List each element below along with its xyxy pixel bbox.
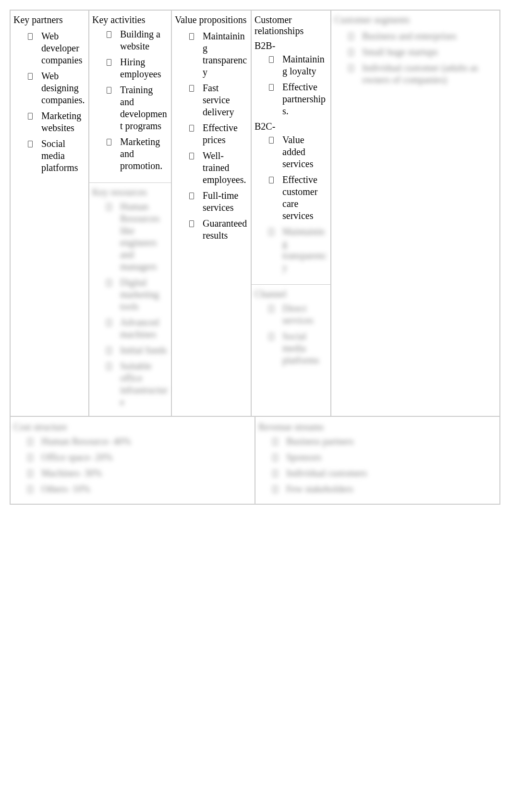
value-propositions-cell: Value propositions Maintaining transpare… bbox=[171, 10, 251, 416]
top-row: Key partners Web developer companies Web… bbox=[10, 10, 500, 416]
key-resources-title: Key resources bbox=[92, 187, 168, 198]
list-item: Full-time services bbox=[189, 190, 248, 214]
list-item: Maintaining transparency bbox=[189, 30, 248, 78]
list-item: Marketing and promotion. bbox=[107, 136, 168, 172]
list-item: Office space- 20% bbox=[28, 451, 252, 463]
list-item: Maintaining loyalty bbox=[269, 53, 328, 77]
list-item: Maintaining transparency bbox=[269, 226, 328, 274]
b2b-list: Maintaining loyalty Effective partnershi… bbox=[255, 53, 328, 117]
list-item: Direct services bbox=[269, 303, 328, 327]
list-item: Business and enterprises bbox=[349, 30, 497, 42]
b2c-list: Value added services Effective customer … bbox=[255, 134, 328, 274]
customer-relationships-cell: Customer relationships B2B- Maintaining … bbox=[252, 11, 330, 281]
key-partners-title: Key partners bbox=[13, 14, 85, 25]
list-item: Fast service delivery bbox=[189, 82, 248, 118]
list-item: Business partners bbox=[273, 436, 497, 448]
list-item: Human Resources like engineers and manag… bbox=[107, 201, 168, 273]
list-item: Individual customers bbox=[273, 467, 497, 479]
revenue-streams-title: Revenue streams bbox=[258, 422, 497, 433]
list-item: Well-trained employees. bbox=[189, 150, 248, 186]
revenue-streams-cell: Revenue streams Business partners Sponso… bbox=[255, 416, 500, 504]
business-model-canvas: Key partners Web developer companies Web… bbox=[10, 10, 500, 505]
list-item: Sponsors bbox=[273, 451, 497, 463]
list-item: Effective customer care services bbox=[269, 174, 328, 222]
key-resources-list: Human Resources like engineers and manag… bbox=[92, 201, 168, 408]
list-item: Effective prices bbox=[189, 122, 248, 146]
customer-relationships-channels-column: Customer relationships B2B- Maintaining … bbox=[251, 10, 331, 416]
cost-structure-cell: Cost structure Human Resource- 40% Offic… bbox=[10, 416, 255, 504]
b2b-label: B2B- bbox=[255, 40, 328, 51]
value-propositions-list: Maintaining transparency Fast service de… bbox=[175, 30, 248, 245]
cost-structure-list: Human Resource- 40% Office space- 20% Ma… bbox=[13, 436, 252, 495]
key-partners-cell: Key partners Web developer companies Web… bbox=[10, 10, 89, 416]
customer-segments-list: Business and enterprises Small huge star… bbox=[334, 30, 497, 90]
customer-segments-cell: Customer segments Business and enterpris… bbox=[331, 10, 500, 416]
list-item: Others- 10% bbox=[28, 483, 252, 495]
customer-segments-title: Customer segments bbox=[334, 14, 497, 25]
key-activities-cell: Key activities Building a website Hiring… bbox=[89, 11, 171, 180]
value-propositions-title: Value propositions bbox=[175, 14, 248, 25]
list-item: Value added services bbox=[269, 134, 328, 170]
list-item: Advanced machines bbox=[107, 316, 168, 340]
key-activities-title: Key activities bbox=[92, 14, 168, 25]
list-item: Building a website bbox=[107, 28, 168, 52]
revenue-streams-list: Business partners Sponsors Individual cu… bbox=[258, 436, 497, 495]
bottom-row: Cost structure Human Resource- 40% Offic… bbox=[10, 416, 500, 504]
list-item: Marketing websites bbox=[28, 110, 85, 134]
list-item: Suitable office infrastructure bbox=[107, 360, 168, 408]
list-item: Human Resource- 40% bbox=[28, 436, 252, 448]
cost-structure-title: Cost structure bbox=[13, 422, 252, 433]
key-activities-resources-column: Key activities Building a website Hiring… bbox=[89, 10, 171, 416]
list-item: Machines- 30% bbox=[28, 467, 252, 479]
list-item: Social media platforms bbox=[269, 330, 328, 366]
list-item: Initial funds bbox=[107, 344, 168, 356]
list-item: Small huge startups bbox=[349, 46, 497, 58]
list-item: Guaranteed results bbox=[189, 218, 248, 242]
list-item: Web designing companies. bbox=[28, 70, 85, 106]
channels-cell: Channel Direct services Social media pla… bbox=[252, 284, 330, 374]
channels-list: Direct services Social media platforms bbox=[255, 303, 328, 366]
list-item: Individual customer (adults as owners of… bbox=[349, 62, 497, 86]
list-item: Hiring employees bbox=[107, 56, 168, 80]
list-item: Training and development programs bbox=[107, 84, 168, 132]
list-item: Social media platforms bbox=[28, 138, 85, 174]
channels-title: Channel bbox=[255, 289, 328, 300]
list-item: Web developer companies bbox=[28, 30, 85, 66]
b2c-label: B2C- bbox=[255, 121, 328, 132]
list-item: Digital marketing tools bbox=[107, 277, 168, 313]
list-item: Effective partnerships. bbox=[269, 81, 328, 117]
customer-relationships-title: Customer relationships bbox=[255, 14, 328, 36]
key-activities-list: Building a website Hiring employees Trai… bbox=[92, 28, 168, 172]
list-item: Few stakeholders bbox=[273, 483, 497, 495]
key-resources-cell: Key resources Human Resources like engin… bbox=[89, 182, 171, 416]
key-partners-list: Web developer companies Web designing co… bbox=[13, 30, 85, 178]
